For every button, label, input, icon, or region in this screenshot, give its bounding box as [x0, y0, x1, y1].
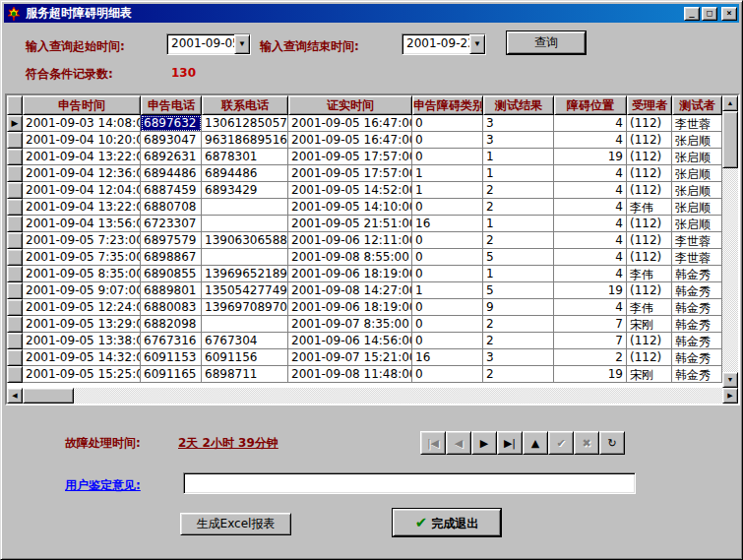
- grid-cell[interactable]: 2001-09-05 16:47:00: [288, 115, 412, 132]
- grid-cell[interactable]: 2001-09-05 7:35:00: [23, 249, 141, 266]
- grid-cell[interactable]: 7: [554, 316, 627, 333]
- vertical-scrollbar[interactable]: ▲ ▼: [722, 95, 738, 388]
- grid-cell[interactable]: [202, 199, 288, 216]
- chevron-down-icon[interactable]: ▼: [469, 34, 485, 54]
- grid-cell[interactable]: 6897579: [141, 232, 202, 249]
- grid-cell[interactable]: 2001-09-06 12:11:00: [288, 232, 412, 249]
- grid-cell[interactable]: 1: [483, 216, 554, 232]
- nav-next-button[interactable]: ▶: [471, 431, 497, 455]
- grid-cell[interactable]: 0: [412, 299, 483, 316]
- excel-report-button[interactable]: 生成Excel报表: [180, 513, 291, 535]
- grid-cell[interactable]: 13505427749: [202, 282, 288, 299]
- grid-cell[interactable]: 3: [483, 115, 554, 132]
- grid-cell[interactable]: 5: [483, 249, 554, 266]
- grid-cell[interactable]: 2001-09-06 18:19:00: [288, 299, 412, 316]
- grid-cell[interactable]: 韩金秀: [672, 366, 722, 383]
- grid-cell[interactable]: 韩金秀: [672, 316, 722, 333]
- grid-cell[interactable]: 0: [412, 115, 483, 132]
- grid-cell[interactable]: 0: [412, 232, 483, 249]
- grid-cell[interactable]: 2001-09-05 14:32:00: [23, 349, 141, 366]
- grid-cell[interactable]: 2: [483, 199, 554, 216]
- grid-cell[interactable]: 6890855: [141, 266, 202, 282]
- grid-cell[interactable]: 2001-09-05 17:57:00: [288, 165, 412, 182]
- grid-cell[interactable]: 1: [483, 165, 554, 182]
- grid-cell[interactable]: 6898711: [202, 366, 288, 383]
- grid-cell[interactable]: 韩金秀: [672, 349, 722, 366]
- grid-cell[interactable]: 李伟: [627, 266, 672, 282]
- grid-cell[interactable]: 2001-09-06 14:56:00: [288, 333, 412, 349]
- exit-button[interactable]: ✔完成退出: [393, 509, 501, 536]
- grid-cell[interactable]: 0: [412, 366, 483, 383]
- grid-cell[interactable]: 0: [412, 316, 483, 333]
- grid-cell[interactable]: 2001-09-05 14:10:00: [288, 199, 412, 216]
- grid-cell[interactable]: 963186895162: [202, 132, 288, 149]
- grid-cell[interactable]: 2001-09-04 12:36:00: [23, 165, 141, 182]
- grid-cell[interactable]: 3: [483, 132, 554, 149]
- grid-cell[interactable]: 2001-09-07 8:35:00: [288, 316, 412, 333]
- grid-cell[interactable]: 2001-09-05 14:52:00: [288, 182, 412, 199]
- grid-cell[interactable]: (112): [627, 232, 672, 249]
- grid-cell[interactable]: 李世蓉: [672, 249, 722, 266]
- scroll-down-icon[interactable]: ▼: [722, 372, 738, 388]
- grid-cell[interactable]: 6897632: [141, 115, 202, 132]
- grid-cell[interactable]: 6091156: [202, 349, 288, 366]
- grid-cell[interactable]: 宋刚: [627, 316, 672, 333]
- grid-cell[interactable]: 4: [554, 232, 627, 249]
- grid-cell[interactable]: 2: [483, 232, 554, 249]
- grid-cell[interactable]: [202, 249, 288, 266]
- maximize-button[interactable]: □: [702, 7, 717, 21]
- scroll-up-icon[interactable]: ▲: [722, 95, 738, 111]
- grid-cell[interactable]: 2001-09-05 8:35:00: [23, 266, 141, 282]
- vertical-scrollbar-thumb[interactable]: [722, 111, 738, 168]
- grid-cell[interactable]: 2001-09-04 13:22:00: [23, 149, 141, 165]
- scroll-left-icon[interactable]: ◀: [7, 388, 23, 404]
- grid-cell[interactable]: 张启顺: [672, 132, 722, 149]
- grid-cell[interactable]: 0: [412, 199, 483, 216]
- grid-cell[interactable]: 9: [483, 299, 554, 316]
- grid-cell[interactable]: 6091165: [141, 366, 202, 383]
- grid-cell[interactable]: 4: [554, 216, 627, 232]
- grid-cell[interactable]: 16: [412, 216, 483, 232]
- grid-cell[interactable]: 2: [483, 316, 554, 333]
- grid-cell[interactable]: 5: [483, 282, 554, 299]
- grid-cell[interactable]: 李世蓉: [672, 232, 722, 249]
- grid-cell[interactable]: 2: [554, 349, 627, 366]
- start-date-combobox[interactable]: 2001-09-05 ▼: [166, 33, 251, 55]
- grid-cell[interactable]: 2001-09-04 13:22:00: [23, 199, 141, 216]
- grid-cell[interactable]: 2001-09-04 10:20:00: [23, 132, 141, 149]
- grid-cell[interactable]: 宋刚: [627, 366, 672, 383]
- grid-cell[interactable]: 1: [412, 282, 483, 299]
- grid-cell[interactable]: 6887459: [141, 182, 202, 199]
- grid-cell[interactable]: 0: [412, 249, 483, 266]
- grid-cell[interactable]: 4: [554, 165, 627, 182]
- grid-cell[interactable]: 2001-09-05 13:38:00: [23, 333, 141, 349]
- grid-cell[interactable]: 6894486: [141, 165, 202, 182]
- grid-cell[interactable]: (112): [627, 149, 672, 165]
- grid-cell[interactable]: 13969652189: [202, 266, 288, 282]
- grid-cell[interactable]: 6880083: [141, 299, 202, 316]
- grid-cell[interactable]: 3: [483, 349, 554, 366]
- grid-cell[interactable]: 6767316: [141, 333, 202, 349]
- grid-cell[interactable]: 4: [554, 115, 627, 132]
- grid-cell[interactable]: 6767304: [202, 333, 288, 349]
- grid-cell[interactable]: 6882098: [141, 316, 202, 333]
- minimize-button[interactable]: _: [684, 7, 700, 21]
- grid-cell[interactable]: 2001-09-05 7:23:00: [23, 232, 141, 249]
- grid-cell[interactable]: 19: [554, 149, 627, 165]
- grid-cell[interactable]: 7: [554, 333, 627, 349]
- grid-cell[interactable]: (112): [627, 282, 672, 299]
- grid-cell[interactable]: 19: [554, 282, 627, 299]
- grid-cell[interactable]: 2001-09-08 11:48:00: [288, 366, 412, 383]
- grid-cell[interactable]: 6889801: [141, 282, 202, 299]
- horizontal-scrollbar[interactable]: ◀ ▶: [7, 388, 738, 404]
- grid-cell[interactable]: 韩金秀: [672, 299, 722, 316]
- nav-refresh-button[interactable]: ↻: [599, 431, 625, 455]
- grid-cell[interactable]: 4: [554, 199, 627, 216]
- nav-last-button[interactable]: ▶|: [497, 431, 523, 455]
- grid-cell[interactable]: (112): [627, 349, 672, 366]
- grid-cell[interactable]: 6880708: [141, 199, 202, 216]
- grid-cell[interactable]: 2001-09-08 14:27:00: [288, 282, 412, 299]
- grid-cell[interactable]: 韩金秀: [672, 282, 722, 299]
- chevron-down-icon[interactable]: ▼: [234, 34, 250, 54]
- grid-cell[interactable]: 4: [554, 249, 627, 266]
